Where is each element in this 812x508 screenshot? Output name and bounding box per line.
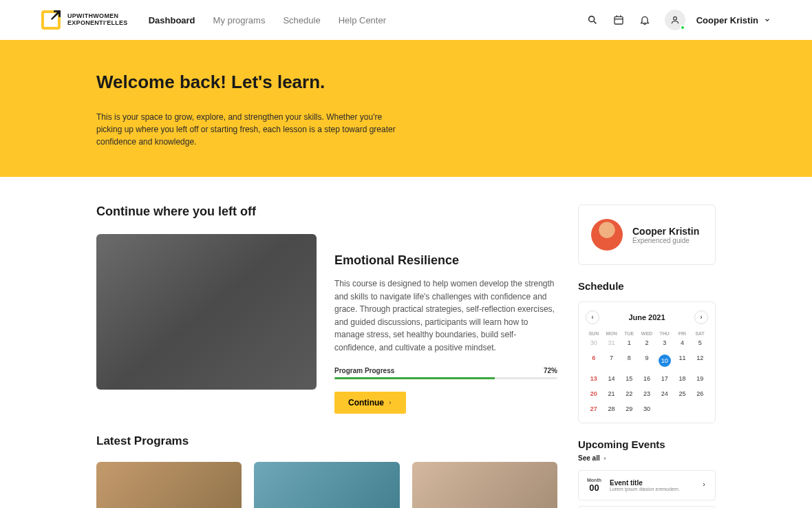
calendar-day[interactable]: 21 xyxy=(603,387,620,401)
event-day: 00 xyxy=(587,483,601,493)
calendar-day[interactable]: 14 xyxy=(603,372,620,385)
event-title: Event title xyxy=(610,479,693,487)
profile-role: Experienced guide xyxy=(632,237,699,244)
calendar-day[interactable]: 22 xyxy=(621,387,637,401)
calendar-weekdays: SUNMONTUEWEDTHUFRISAT xyxy=(586,331,708,336)
main-nav: Dashboard My programs Schedule Help Cent… xyxy=(149,15,386,25)
program-image xyxy=(412,462,557,508)
calendar-day[interactable]: 29 xyxy=(621,402,637,416)
calendar: June 2021 SUNMONTUEWEDTHUFRISAT 30311234… xyxy=(578,301,716,423)
calendar-day[interactable]: 8 xyxy=(621,351,637,370)
calendar-day[interactable]: 12 xyxy=(692,351,708,370)
calendar-day[interactable]: 5 xyxy=(692,336,708,350)
continue-course-image xyxy=(96,234,317,390)
calendar-day[interactable]: 31 xyxy=(603,336,620,350)
calendar-month: June 2021 xyxy=(628,313,665,321)
sidebar: Cooper Kristin Experienced guide Schedul… xyxy=(578,204,716,508)
calendar-day[interactable]: 4 xyxy=(674,336,691,350)
event-item[interactable]: Month00 Event titleLorem ipsum diasion e… xyxy=(578,470,716,500)
continue-button-label: Continue xyxy=(348,398,384,408)
progress-fill xyxy=(334,377,495,379)
calendar-day[interactable]: 11 xyxy=(674,351,691,370)
main-content: Continue where you left off Emotional Re… xyxy=(0,177,812,508)
brand-line2: EXPONENTI'ELLES xyxy=(67,20,128,27)
latest-title: Latest Programs xyxy=(96,434,557,448)
progress-label: Program Progress xyxy=(334,367,394,374)
schedule-section: Schedule June 2021 SUNMONTUEWEDTHUFRISAT… xyxy=(578,280,716,423)
search-icon[interactable] xyxy=(586,14,599,26)
nav-schedule[interactable]: Schedule xyxy=(283,15,320,25)
continue-course-desc: This course is designed to help women de… xyxy=(334,277,557,354)
calendar-day[interactable]: 28 xyxy=(603,402,620,416)
program-card[interactable]: Course Category 1Course Category 2 Inter… xyxy=(254,462,399,508)
user-menu[interactable]: Cooper Kristin xyxy=(696,15,771,25)
header-icons: Cooper Kristin xyxy=(586,10,771,30)
hero-banner: Welcome back! Let's learn. This is your … xyxy=(0,40,812,177)
calendar-day[interactable]: 18 xyxy=(674,372,691,385)
calendar-day[interactable]: 23 xyxy=(639,387,655,401)
calendar-grid: 303112345 6789101112 13141516171819 2021… xyxy=(586,336,708,416)
calendar-icon[interactable] xyxy=(612,14,625,26)
svg-point-6 xyxy=(673,17,676,20)
nav-help-center[interactable]: Help Center xyxy=(339,15,386,25)
program-image xyxy=(96,462,242,508)
calendar-day[interactable]: 30 xyxy=(639,402,655,416)
calendar-day[interactable]: 16 xyxy=(639,372,655,385)
calendar-day[interactable]: 24 xyxy=(656,387,673,401)
continue-section-title: Continue where you left off xyxy=(96,204,557,219)
calendar-prev[interactable] xyxy=(586,310,599,324)
calendar-day[interactable]: 6 xyxy=(586,351,602,370)
calendar-day[interactable]: 1 xyxy=(621,336,637,350)
calendar-day[interactable]: 7 xyxy=(603,351,620,370)
chevron-right-icon xyxy=(603,456,607,461)
bell-icon[interactable] xyxy=(639,14,651,26)
calendar-day[interactable]: 27 xyxy=(586,402,602,416)
program-card[interactable]: Course Category 1Course Category 2 Maste… xyxy=(96,462,242,508)
nav-my-programs[interactable]: My programs xyxy=(213,15,266,25)
calendar-day[interactable]: 26 xyxy=(692,387,708,401)
calendar-day[interactable]: 17 xyxy=(656,372,673,385)
profile-name: Cooper Kristin xyxy=(632,226,699,237)
logo-text: UPWITHWOMEN EXPONENTI'ELLES xyxy=(67,13,128,27)
chevron-down-icon xyxy=(764,17,771,23)
user-name-label: Cooper Kristin xyxy=(696,15,758,25)
calendar-day[interactable]: 15 xyxy=(621,372,637,385)
main-header: UPWITHWOMEN EXPONENTI'ELLES Dashboard My… xyxy=(0,0,812,40)
profile-box: Cooper Kristin Experienced guide xyxy=(578,204,716,265)
header-avatar[interactable] xyxy=(665,10,685,30)
continue-course-title: Emotional Resilience xyxy=(334,253,557,268)
svg-line-1 xyxy=(594,21,596,23)
calendar-day[interactable]: 20 xyxy=(586,387,602,401)
continue-button[interactable]: Continue xyxy=(334,392,406,414)
calendar-day[interactable]: 2 xyxy=(639,336,655,350)
upcoming-events: Upcoming Events See all Month00 Event ti… xyxy=(578,438,716,508)
calendar-day[interactable]: 30 xyxy=(586,336,602,350)
continue-card: Emotional Resilience This course is desi… xyxy=(96,234,557,414)
profile-avatar xyxy=(591,219,623,251)
nav-dashboard[interactable]: Dashboard xyxy=(149,15,195,25)
calendar-day[interactable]: 3 xyxy=(656,336,673,350)
latest-programs: Latest Programs Course Category 1Course … xyxy=(96,434,557,508)
svg-rect-2 xyxy=(615,17,623,24)
calendar-day-selected[interactable]: 10 xyxy=(656,351,673,370)
schedule-title: Schedule xyxy=(578,280,716,292)
event-desc: Lorem ipsum diasion emmodern. xyxy=(610,487,693,491)
calendar-day[interactable]: 19 xyxy=(692,372,708,385)
calendar-day[interactable]: 9 xyxy=(639,351,655,370)
chevron-right-icon xyxy=(701,481,707,489)
program-image xyxy=(254,462,399,508)
hero-title: Welcome back! Let's learn. xyxy=(96,72,688,93)
logo-icon xyxy=(41,10,61,30)
progress-bar xyxy=(334,377,557,379)
see-all-link[interactable]: See all xyxy=(578,454,716,462)
program-card[interactable]: Course Category 1Course Category 2 Unloc… xyxy=(412,462,557,508)
calendar-day[interactable]: 25 xyxy=(674,387,691,401)
events-title: Upcoming Events xyxy=(578,438,716,450)
see-all-label: See all xyxy=(578,454,600,462)
calendar-next[interactable] xyxy=(694,310,708,324)
content-left: Continue where you left off Emotional Re… xyxy=(96,204,557,508)
svg-point-0 xyxy=(588,17,594,22)
hero-subtitle: This is your space to grow, explore, and… xyxy=(96,111,399,148)
event-month: Month xyxy=(587,478,601,483)
calendar-day[interactable]: 13 xyxy=(586,372,602,385)
